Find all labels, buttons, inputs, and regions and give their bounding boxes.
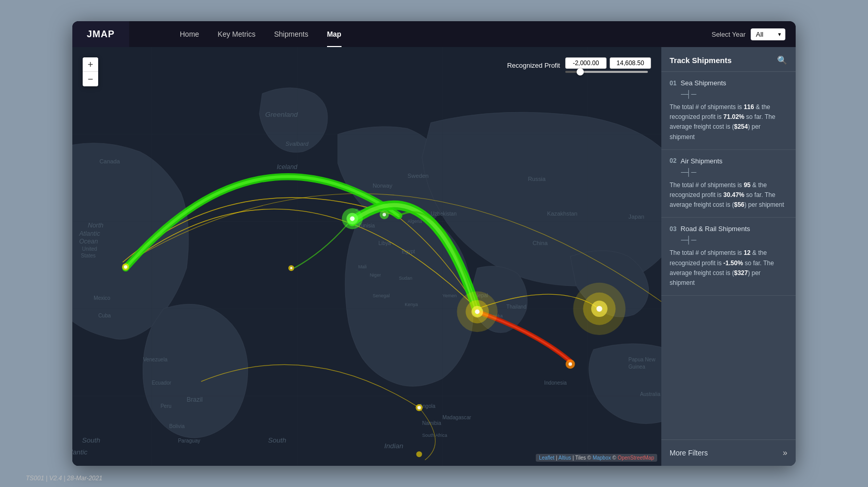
rail-section-header: 03 Road & Rail Shipments — [670, 225, 787, 233]
app-frame: JMAP Home Key Metrics Shipments Map Sele… — [72, 21, 796, 466]
panel-title: Track Shipments — [670, 56, 732, 65]
svg-text:Uzbekistan: Uzbekistan — [431, 211, 457, 217]
svg-text:Atlantic: Atlantic — [72, 448, 88, 456]
zoom-in-button[interactable]: + — [83, 57, 98, 72]
sea-avg: $254 — [734, 123, 748, 130]
nav-map[interactable]: Map — [318, 21, 351, 47]
more-filters-arrow-icon: » — [783, 448, 787, 458]
air-count: 95 — [743, 181, 750, 189]
map-area[interactable]: North Atlantic Ocean tic ifi c a n Green… — [72, 47, 661, 466]
profit-filter: Recognized Profit — [507, 57, 651, 73]
svg-text:Norway: Norway — [373, 182, 393, 189]
sea-profit: 71.02% — [723, 113, 745, 120]
svg-point-76 — [596, 306, 602, 312]
svg-text:Cuba: Cuba — [98, 313, 111, 318]
right-panel: Track Shipments 🔍 01 Sea Shipments ─┤─ T… — [661, 47, 796, 466]
svg-text:Yemen: Yemen — [442, 293, 457, 298]
svg-text:Iceland: Iceland — [277, 163, 298, 171]
sea-section-header: 01 Sea Shipments — [670, 79, 787, 87]
svg-point-80 — [568, 362, 572, 366]
svg-point-68 — [382, 213, 386, 217]
air-section-icon: ─┤─ — [681, 168, 787, 176]
svg-text:Indonesia: Indonesia — [544, 380, 567, 386]
svg-text:Senegal: Senegal — [373, 293, 390, 298]
svg-text:Ecuador: Ecuador — [152, 380, 172, 386]
profit-min-input[interactable] — [565, 57, 607, 69]
svg-text:Paraguay: Paraguay — [178, 438, 200, 444]
svg-text:Japan: Japan — [628, 214, 644, 220]
air-shipments-section: 02 Air Shipments ─┤─ The total # of ship… — [661, 150, 796, 218]
zoom-out-button[interactable]: − — [83, 72, 98, 86]
mapbox-link[interactable]: Mapbox — [593, 455, 611, 461]
search-button[interactable]: 🔍 — [777, 55, 787, 65]
svg-text:Guinea: Guinea — [628, 364, 645, 370]
profit-range-slider[interactable] — [565, 71, 648, 73]
year-select-wrapper[interactable]: All 2021 2020 2019 — [751, 28, 785, 40]
svg-point-82 — [417, 406, 421, 409]
panel-header: Track Shipments 🔍 — [661, 47, 796, 72]
sea-shipments-section: 01 Sea Shipments ─┤─ The total # of ship… — [661, 72, 796, 150]
svg-text:Papua New: Papua New — [628, 357, 656, 362]
svg-text:Peru: Peru — [161, 403, 172, 409]
svg-text:Indian: Indian — [384, 442, 404, 450]
osm-link[interactable]: OpenStreetMap — [617, 455, 654, 461]
svg-text:Svalbard: Svalbard — [286, 141, 309, 147]
air-section-header: 02 Air Shipments — [670, 157, 787, 165]
panel-spacer — [661, 296, 796, 439]
svg-text:Kenya: Kenya — [405, 302, 418, 307]
svg-text:Sweden: Sweden — [408, 173, 429, 179]
altius-link[interactable]: Altius — [559, 455, 571, 461]
logo-box: JMAP — [72, 21, 129, 47]
year-select[interactable]: All 2021 2020 2019 — [751, 28, 785, 40]
svg-point-66 — [350, 216, 354, 221]
profit-max-input[interactable] — [610, 57, 651, 69]
svg-text:Atlantic: Atlantic — [79, 230, 100, 237]
attr-sep3: © — [612, 455, 617, 461]
rail-section-num: 03 — [670, 225, 676, 233]
svg-point-78 — [124, 265, 128, 269]
select-year-label: Select Year — [711, 31, 746, 38]
svg-text:Bolivia: Bolivia — [169, 423, 185, 429]
svg-text:Venezuela: Venezuela — [143, 357, 168, 362]
sea-count: 116 — [743, 103, 754, 111]
profit-slider-wrap — [565, 57, 651, 73]
nav-home[interactable]: Home — [171, 21, 208, 47]
nav-links: Home Key Metrics Shipments Map — [171, 21, 351, 47]
sea-section-body: The total # of shipments is 116 & the re… — [670, 102, 787, 142]
svg-text:South: South — [82, 436, 100, 444]
svg-text:States: States — [81, 253, 96, 258]
svg-text:Madagascar: Madagascar — [442, 415, 471, 420]
svg-text:Australia: Australia — [640, 391, 661, 397]
rail-profit: -1.50% — [723, 260, 743, 267]
map-attribution: Leaflet | Altius | Tiles © Mapbox © Open… — [536, 454, 657, 462]
svg-text:Algeria: Algeria — [408, 219, 422, 224]
nav-key-metrics[interactable]: Key Metrics — [208, 21, 265, 47]
svg-text:Canada: Canada — [100, 158, 120, 164]
sea-section-num: 01 — [670, 80, 676, 87]
more-filters-button[interactable]: More Filters » — [661, 439, 796, 466]
svg-point-84 — [290, 267, 293, 269]
svg-text:Greenland: Greenland — [265, 111, 298, 118]
rail-section-body: The total # of shipments is 12 & the rec… — [670, 248, 787, 288]
more-filters-label: More Filters — [670, 449, 708, 457]
leaflet-link[interactable]: Leaflet — [539, 455, 554, 461]
svg-text:Russia: Russia — [528, 176, 546, 182]
air-section-title: Air Shipments — [680, 157, 722, 165]
svg-text:Namibia: Namibia — [422, 420, 441, 426]
svg-text:Mali: Mali — [358, 264, 367, 269]
rail-count: 12 — [743, 249, 750, 256]
rail-section-icon: ─┤─ — [681, 236, 787, 244]
logo: JMAP — [87, 29, 115, 40]
svg-text:Brazil: Brazil — [187, 396, 203, 403]
svg-text:North: North — [88, 222, 103, 229]
footer-version: TS001 | V2.4 | 28-Mar-2021 — [26, 475, 102, 482]
zoom-controls[interactable]: + − — [83, 57, 98, 86]
svg-text:Sudan: Sudan — [399, 276, 412, 281]
rail-section-title: Road & Rail Shipments — [680, 225, 750, 233]
sea-section-icon: ─┤─ — [681, 90, 787, 98]
air-profit: 30.47% — [723, 191, 745, 199]
nav-shipments[interactable]: Shipments — [265, 21, 317, 47]
profit-inputs-row — [565, 57, 651, 69]
svg-text:Mexico: Mexico — [94, 295, 110, 301]
profit-label: Recognized Profit — [507, 62, 560, 69]
